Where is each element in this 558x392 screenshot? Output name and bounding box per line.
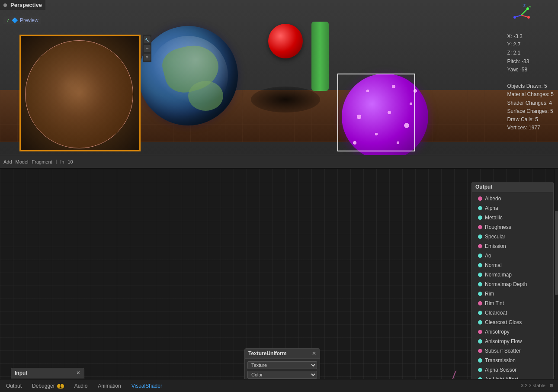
version-label: 3.2.3.stable (521, 383, 545, 388)
preview-thumbnail (19, 35, 141, 151)
scene-area: 🔧 ✏ ⟳ Y (0, 0, 558, 155)
thumb-tool-btn3[interactable]: ⟳ (144, 54, 151, 61)
out-clearcoat-gloss-label: Clearcoat Gloss (485, 319, 522, 325)
preview-toggle[interactable]: ✓ 🔷 Preview (3, 16, 41, 24)
toolbar-separator: | (56, 159, 57, 164)
out-emission-port[interactable] (478, 244, 482, 248)
stat-material: Material Changes: 5 (507, 90, 554, 99)
toolbar-in: In (60, 159, 64, 164)
out-clearcoat-gloss-port[interactable] (478, 320, 482, 325)
out-subsurf: Subsurf Scatter (475, 346, 551, 356)
out-subsurf-label: Subsurf Scatter (485, 348, 521, 354)
wire-sphere (25, 40, 133, 148)
svg-point-4 (527, 16, 530, 19)
thumb-toolbar: 🔧 ✏ ⟳ (143, 35, 151, 62)
out-clearcoat-port[interactable] (478, 311, 482, 315)
shadow (251, 87, 320, 112)
tex1-dropdown2[interactable]: Color (247, 371, 317, 379)
out-specular-label: Specular (485, 234, 505, 240)
out-rim-tint-label: Rim Tint (485, 300, 504, 306)
input-node-1: Input ✕ vec3 uv 👁 (11, 368, 84, 379)
out-anisotropy-label: Anisotropy (485, 329, 510, 335)
bottom-tab-output[interactable]: Output (4, 382, 23, 390)
out-anisotropy: Anisotropy (475, 327, 551, 337)
out-anisotropy-flow-label: Anisotropy Flow (485, 338, 522, 344)
out-clearcoat: Clearcoat (475, 308, 551, 318)
out-ao-port[interactable] (478, 254, 482, 258)
bottom-tab-debugger[interactable]: Debugger 1 (30, 382, 66, 390)
coord-y: Y: 2.7 (507, 41, 554, 49)
out-anisotropy-flow-port[interactable] (478, 339, 482, 344)
out-normalmap-label: Normalmap (485, 272, 512, 278)
out-roughness-port[interactable] (478, 225, 482, 229)
bottom-bar: Output Debugger 1 Audio Animation Visual… (0, 379, 558, 392)
preview-thumb-inner (21, 36, 139, 150)
toolbar-add[interactable]: Add (3, 159, 12, 164)
out-albedo-port[interactable] (478, 196, 482, 201)
out-normalmap-depth-port[interactable] (478, 282, 482, 286)
bottom-tab-audio[interactable]: Audio (73, 382, 90, 390)
right-scrollbar[interactable] (555, 169, 558, 379)
out-metallic-port[interactable] (478, 215, 482, 220)
out-ao-label: Ao (485, 253, 491, 259)
thumb-tool-btn2[interactable]: ✏ (144, 45, 151, 52)
out-rim-port[interactable] (478, 292, 482, 296)
settings-icon[interactable]: ⚙ (549, 383, 554, 388)
input1-title: Input (15, 370, 27, 376)
red-sphere (268, 24, 303, 58)
debugger-label: Debugger (32, 383, 55, 389)
out-roughness: Roughness (475, 222, 551, 232)
input1-header: Input ✕ (11, 368, 84, 378)
out-ao: Ao (475, 251, 551, 260)
coords-display: X: -3.3 Y: 2.7 Z: 2.1 Pitch: -33 Yaw: -5… (507, 32, 554, 132)
check-icon: ✓ (6, 18, 10, 23)
output-node: Output Albedo Alpha Metallic Roughness S… (471, 182, 554, 379)
tex1-dropdown1[interactable]: Texture (247, 361, 317, 369)
out-rim: Rim (475, 289, 551, 299)
out-emission-label: Emission (485, 243, 506, 249)
texture-node-1: TextureUniform ✕ Texture Color White Def… (244, 348, 320, 379)
out-transmission-port[interactable] (478, 358, 482, 363)
out-anisotropy-port[interactable] (478, 330, 482, 334)
out-subsurf-port[interactable] (478, 349, 482, 353)
toolbar-fragment[interactable]: Fragment (32, 159, 52, 164)
out-alpha-label: Alpha (485, 205, 498, 211)
out-transmission: Transmission (475, 356, 551, 365)
gizmo: Y Z (510, 4, 532, 26)
coord-yaw: Yaw: -58 (507, 66, 554, 74)
viewport-header: Perspective (0, 0, 45, 10)
out-specular-port[interactable] (478, 235, 482, 239)
debugger-badge: 1 (57, 384, 64, 389)
coord-pitch: Pitch: -33 (507, 58, 554, 66)
tex1-drop2-row: Color (247, 370, 317, 379)
out-normalmap-port[interactable] (478, 273, 482, 277)
out-rim-tint: Rim Tint (475, 299, 551, 308)
thumb-tool-btn[interactable]: 🔧 (144, 36, 151, 43)
stat-surface: Surface Changes: 5 (507, 107, 554, 116)
input1-close[interactable]: ✕ (76, 370, 80, 376)
tex1-close[interactable]: ✕ (312, 351, 316, 356)
toolbar-number: 10 (67, 159, 73, 164)
perspective-dots (3, 3, 7, 7)
node-editor: Input ✕ vec3 uv 👁 Input ✕ flt t (0, 169, 558, 379)
output-title: Output (475, 184, 492, 190)
tex1-header: TextureUniform ✕ (245, 349, 320, 359)
stat-draw: Draw Calls: 5 (507, 116, 554, 124)
out-alpha-port[interactable] (478, 206, 482, 210)
svg-line-0 (521, 9, 528, 15)
out-normal-port[interactable] (478, 263, 482, 267)
toolbar-model[interactable]: Model (16, 159, 29, 164)
bottom-tab-visualshader[interactable]: VisualShader (130, 382, 164, 390)
out-albedo-label: Albedo (485, 196, 501, 202)
bottom-tab-animation[interactable]: Animation (96, 382, 122, 390)
out-rim-tint-port[interactable] (478, 301, 482, 305)
output-header: Output (472, 182, 553, 192)
out-normal-label: Normal (485, 262, 502, 268)
tex1-drop1-row: Texture (247, 360, 317, 370)
scrollbar-thumb[interactable] (555, 211, 558, 295)
out-normalmap-depth: Normalmap Depth (475, 280, 551, 289)
earth-sphere (138, 26, 238, 125)
out-alpha-scissor-label: Alpha Scissor (485, 367, 516, 373)
out-alpha-scissor-port[interactable] (478, 368, 482, 372)
stat-vertices: Vertices: 1977 (507, 124, 554, 132)
